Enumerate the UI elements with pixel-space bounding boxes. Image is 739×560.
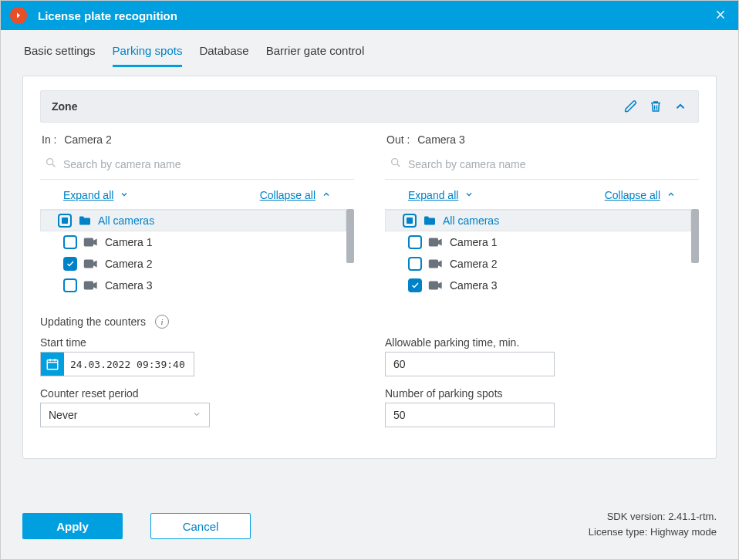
zone-columns: In : Camera 2 Expand all <box>40 130 699 296</box>
start-time-label: Start time <box>40 336 354 349</box>
in-link-row: Expand all Collapse all <box>40 180 354 209</box>
tab-barrier-gate-control[interactable]: Barrier gate control <box>266 44 365 67</box>
delete-zone-button[interactable] <box>649 100 663 113</box>
out-root-label: All cameras <box>443 214 499 227</box>
calendar-icon[interactable] <box>41 353 64 376</box>
allowable-time-input[interactable] <box>385 352 555 376</box>
chevron-down-icon <box>464 189 474 201</box>
in-tree-item[interactable]: Camera 2 <box>40 253 346 275</box>
counters-form: Start time 24.03.2022 09:39:40 Counter r… <box>40 333 699 427</box>
camera-icon <box>83 280 99 291</box>
out-item-label-1: Camera 2 <box>450 258 497 270</box>
out-expand-all[interactable]: Expand all <box>408 189 474 201</box>
out-tree-item[interactable]: Camera 3 <box>385 275 691 296</box>
svg-point-0 <box>47 159 53 165</box>
window-title: License plate recognition <box>38 9 712 22</box>
sdk-version: SDK version: 2.41.1-rtm. <box>589 509 717 525</box>
in-root-checkbox[interactable] <box>58 214 72 228</box>
in-prefix: In : <box>42 133 56 146</box>
in-expand-all[interactable]: Expand all <box>63 189 129 201</box>
in-item-checkbox-2[interactable] <box>63 278 77 292</box>
out-tree-item[interactable]: Camera 2 <box>385 253 691 275</box>
folder-icon <box>423 215 437 226</box>
counters-right-col: Allowable parking time, min. Number of p… <box>385 333 699 427</box>
allowable-time-label: Allowable parking time, min. <box>385 336 699 349</box>
in-collapse-label: Collapse all <box>260 189 316 201</box>
in-tree: All cameras Camera 1 Camera 2 <box>40 209 346 296</box>
reset-period-select[interactable]: Never <box>40 403 210 427</box>
camera-icon <box>83 258 99 269</box>
collapse-zone-button[interactable] <box>673 100 687 113</box>
in-tree-root[interactable]: All cameras <box>40 210 346 231</box>
in-selected-camera: Camera 2 <box>64 133 111 146</box>
close-button[interactable] <box>712 6 729 25</box>
zone-header: Zone <box>40 90 699 123</box>
parking-spots-input[interactable] <box>385 403 555 427</box>
out-root-checkbox[interactable] <box>403 214 417 228</box>
out-tree-wrap: All cameras Camera 1 Camera 2 <box>385 209 699 296</box>
svg-rect-2 <box>47 360 58 369</box>
info-icon[interactable]: i <box>155 315 169 329</box>
apply-button[interactable]: Apply <box>22 513 123 539</box>
out-column: Out : Camera 3 Expand all <box>385 130 699 296</box>
in-expand-label: Expand all <box>63 189 113 201</box>
in-tree-item[interactable]: Camera 3 <box>40 275 346 296</box>
out-search-input[interactable] <box>408 158 694 170</box>
in-item-checkbox-0[interactable] <box>63 235 77 249</box>
in-root-label: All cameras <box>98 214 154 227</box>
cancel-button[interactable]: Cancel <box>150 513 251 539</box>
out-selected-camera: Camera 3 <box>417 133 464 146</box>
in-scrollbar[interactable] <box>346 209 354 263</box>
edit-zone-button[interactable] <box>624 100 638 113</box>
search-icon <box>390 157 408 171</box>
in-item-label-1: Camera 2 <box>105 258 152 270</box>
tabs: Basic settings Parking spots Database Ba… <box>1 30 738 68</box>
tab-basic-settings[interactable]: Basic settings <box>24 44 96 67</box>
chevron-up-icon <box>322 189 331 201</box>
in-collapse-all[interactable]: Collapse all <box>260 189 331 201</box>
out-search-row <box>385 152 699 180</box>
out-label: Out : Camera 3 <box>386 133 697 146</box>
in-item-checkbox-1[interactable] <box>63 257 77 271</box>
out-tree-item[interactable]: Camera 1 <box>385 231 691 253</box>
footer-info: SDK version: 2.41.1-rtm. License type: H… <box>589 509 717 539</box>
zone-panel: Zone In : Camera 2 <box>22 76 717 459</box>
reset-period-value: Never <box>49 409 77 421</box>
in-column: In : Camera 2 Expand all <box>40 130 354 296</box>
start-time-value: 24.03.2022 09:39:40 <box>64 359 191 370</box>
out-collapse-all[interactable]: Collapse all <box>605 189 676 201</box>
in-item-label-2: Camera 3 <box>105 279 152 292</box>
in-tree-wrap: All cameras Camera 1 Camera 2 <box>40 209 354 296</box>
in-search-row <box>40 152 354 180</box>
search-icon <box>45 157 63 171</box>
out-item-checkbox-0[interactable] <box>408 235 422 249</box>
counters-heading: Updating the counters <box>40 315 146 328</box>
dialog-window: License plate recognition Basic settings… <box>0 0 739 560</box>
out-scrollbar[interactable] <box>691 209 699 263</box>
in-tree-item[interactable]: Camera 1 <box>40 231 346 253</box>
camera-icon <box>428 237 444 248</box>
out-prefix: Out : <box>386 133 410 146</box>
out-tree-root[interactable]: All cameras <box>385 210 691 231</box>
svg-point-1 <box>392 159 398 165</box>
camera-icon <box>83 237 99 248</box>
in-search-input[interactable] <box>63 158 349 170</box>
camera-icon <box>428 280 444 291</box>
counters-heading-row: Updating the counters i <box>40 315 699 329</box>
out-item-checkbox-2[interactable] <box>408 278 422 292</box>
dialog-body: Basic settings Parking spots Database Ba… <box>1 30 738 559</box>
out-item-checkbox-1[interactable] <box>408 257 422 271</box>
reset-period-label: Counter reset period <box>40 387 354 400</box>
chevron-down-icon <box>192 409 201 421</box>
titlebar: License plate recognition <box>1 1 738 30</box>
tab-database[interactable]: Database <box>199 44 248 67</box>
in-label: In : Camera 2 <box>42 133 353 146</box>
tab-parking-spots[interactable]: Parking spots <box>113 44 183 67</box>
chevron-down-icon <box>120 189 129 201</box>
camera-icon <box>428 258 444 269</box>
folder-icon <box>78 215 92 226</box>
out-item-label-2: Camera 3 <box>450 279 497 292</box>
start-time-input[interactable]: 24.03.2022 09:39:40 <box>40 352 194 376</box>
out-collapse-label: Collapse all <box>605 189 660 201</box>
out-item-label-0: Camera 1 <box>450 236 497 248</box>
